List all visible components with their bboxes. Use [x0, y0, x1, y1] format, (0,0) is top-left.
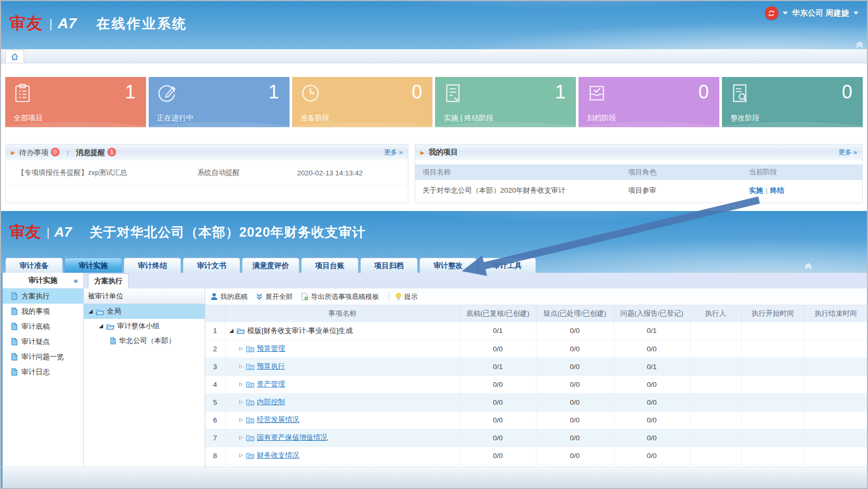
- project-name[interactable]: 关于对华北公司（本部）2020年财务收支审计: [415, 180, 621, 201]
- sidebar-item-my-matters[interactable]: 我的事项: [3, 304, 83, 319]
- export-draft-template-button[interactable]: 导出所选事项底稿模板: [301, 292, 379, 302]
- matter-link[interactable]: 财务收支情况: [257, 451, 299, 460]
- issue-count: 0/0: [614, 411, 690, 429]
- refresh-caret-icon[interactable]: [783, 12, 788, 15]
- sidebar-collapse-icon[interactable]: «: [74, 276, 78, 285]
- card-in-progress[interactable]: 1 正在进行中: [149, 77, 290, 127]
- user-label[interactable]: 华东公司 周建婕: [792, 8, 849, 18]
- tree-node-global[interactable]: 全局: [84, 304, 205, 319]
- project-title: 关于对华北公司（本部）2020年财务收支审计: [90, 224, 366, 241]
- sidebar-item-audit-doubts[interactable]: 审计疑点: [3, 334, 83, 349]
- user-box: 华东公司 周建婕: [765, 6, 859, 20]
- collapsed-icon[interactable]: [238, 364, 243, 369]
- my-drafts-button[interactable]: 我的底稿: [210, 292, 248, 302]
- tab-project-ledger[interactable]: 项目台账: [301, 258, 359, 273]
- tab-audit-prepare[interactable]: 审计准备: [5, 258, 63, 273]
- tip-button[interactable]: 提示: [395, 292, 418, 302]
- matter-link[interactable]: 预算管理: [257, 344, 285, 353]
- draft-count: 0/0: [460, 393, 536, 411]
- tab-message-reminder[interactable]: 消息提醒1: [76, 148, 116, 158]
- tab-audit-tools[interactable]: 审计工具: [478, 258, 536, 273]
- expand-all-button[interactable]: 展开全部: [256, 292, 293, 302]
- start-time-cell: [741, 375, 804, 393]
- refresh-button[interactable]: [765, 6, 778, 20]
- home-icon: [11, 53, 18, 60]
- toolbar-separator: [388, 293, 389, 301]
- user-caret-icon[interactable]: [853, 12, 859, 15]
- collapsed-icon[interactable]: [238, 382, 243, 387]
- doubt-count: 0/0: [536, 340, 614, 358]
- message-row[interactable]: 【专项填报任务提醒】zxp测试汇总 系统自动提醒 2020-02-13 14:1…: [6, 168, 408, 185]
- message-time: 2020-02-13 14:13:42: [297, 169, 400, 177]
- top-tab-strip: [1, 49, 867, 63]
- card-preparation[interactable]: 0 准备阶段: [292, 77, 433, 127]
- collapsed-icon[interactable]: [238, 435, 243, 440]
- tree-node-audit-group[interactable]: 审计整体小组: [84, 319, 205, 334]
- row-number: 3: [205, 358, 225, 375]
- collapsed-icon[interactable]: [238, 417, 243, 423]
- card-implementation[interactable]: 1 实施 | 终结阶段: [435, 77, 576, 127]
- executor-cell: [690, 358, 741, 375]
- lightbulb-icon: [395, 293, 402, 301]
- tab-audit-implement[interactable]: 审计实施: [64, 258, 122, 273]
- tab-project-archive[interactable]: 项目归档: [360, 258, 418, 273]
- doubt-count: 0/0: [536, 447, 614, 464]
- matter-link[interactable]: 国有资产保值增值情况: [257, 433, 328, 442]
- expanded-icon[interactable]: [98, 324, 104, 329]
- header-collapse-button[interactable]: [855, 41, 864, 48]
- expanded-icon[interactable]: [229, 328, 234, 334]
- tab-audit-rectify[interactable]: 审计整改: [419, 258, 477, 273]
- stage-separator: |: [765, 186, 767, 194]
- card-label: 全部项目: [14, 114, 43, 123]
- matter-row: 6 经营发展情况 0/0 0/0 0/0: [205, 411, 867, 429]
- expanded-icon[interactable]: [88, 309, 93, 314]
- tab-satisfaction[interactable]: 满意度评价: [242, 258, 299, 273]
- dashboard-window: 审友 | A7 在线作业系统 华东公司 周建婕: [1, 1, 867, 209]
- tree-node-huabei-company[interactable]: 华北公司（本部）: [84, 334, 205, 348]
- matter-link[interactable]: 经营发展情况: [257, 415, 299, 425]
- sidebar-item-label: 我的事项: [21, 307, 50, 316]
- end-time-cell: [804, 411, 867, 429]
- collapsed-icon[interactable]: [238, 453, 243, 458]
- collapsed-icon[interactable]: [238, 399, 243, 405]
- card-value: 0: [698, 81, 709, 103]
- tab-todo-items[interactable]: 待办事项0: [19, 148, 60, 158]
- home-tab[interactable]: [5, 50, 24, 63]
- todo-message-panel: ▶ 待办事项0 | 消息提醒1 更多 » 【专项填报任务提醒】zxp测试汇总: [5, 144, 408, 203]
- sidebar-item-audit-drafts[interactable]: 审计底稿: [3, 319, 83, 334]
- executor-cell: [690, 322, 741, 340]
- start-time-cell: [741, 322, 804, 340]
- card-rectification[interactable]: 0 整改阶段: [722, 77, 863, 127]
- sidebar-item-audit-log[interactable]: 审计日志: [3, 364, 83, 380]
- tab-audit-conclude[interactable]: 审计终结: [124, 258, 181, 273]
- workspace: 审计实施 « 方案执行 我的事项 审计底稿 审计疑点: [1, 273, 867, 466]
- folder-icon: [246, 363, 254, 370]
- projects-more-link[interactable]: 更多 »: [839, 148, 857, 157]
- brand-product: A7: [54, 224, 72, 240]
- end-time-cell: [804, 358, 867, 375]
- stage-end-link[interactable]: 终结: [770, 186, 784, 194]
- message-title[interactable]: 【专项填报任务提醒】zxp测试汇总: [17, 168, 197, 177]
- sidebar-item-audit-issues[interactable]: 审计问题一览: [3, 349, 83, 364]
- matter-link[interactable]: 内部控制: [257, 397, 285, 407]
- end-time-cell: [804, 340, 867, 358]
- message-source: 系统自动提醒: [197, 168, 297, 177]
- collapsed-icon[interactable]: [238, 346, 243, 351]
- subtab-plan-execution[interactable]: 方案执行: [88, 273, 129, 288]
- todo-more-link[interactable]: 更多 »: [384, 148, 403, 157]
- executor-cell: [690, 447, 741, 464]
- matter-link[interactable]: 预算执行: [257, 362, 285, 371]
- tab-audit-documents[interactable]: 审计文书: [183, 258, 240, 273]
- archive-check-icon: [587, 83, 607, 103]
- matter-link[interactable]: 资产管理: [257, 380, 285, 389]
- stage-impl-link[interactable]: 实施: [749, 186, 763, 194]
- card-value: 0: [411, 81, 422, 103]
- matter-name[interactable]: 模版[财务收支审计-事业单位]生成: [248, 326, 353, 336]
- tabs-collapse-button[interactable]: [804, 262, 813, 270]
- card-all-projects[interactable]: 1 全部项目: [5, 77, 146, 127]
- row-number: 8: [205, 447, 225, 464]
- sidebar-item-plan-execution[interactable]: 方案执行: [3, 288, 83, 304]
- brand-product: A7: [58, 15, 76, 32]
- sidebar-item-label: 审计底稿: [21, 322, 50, 331]
- card-archive[interactable]: 0 归档阶段: [578, 77, 719, 127]
